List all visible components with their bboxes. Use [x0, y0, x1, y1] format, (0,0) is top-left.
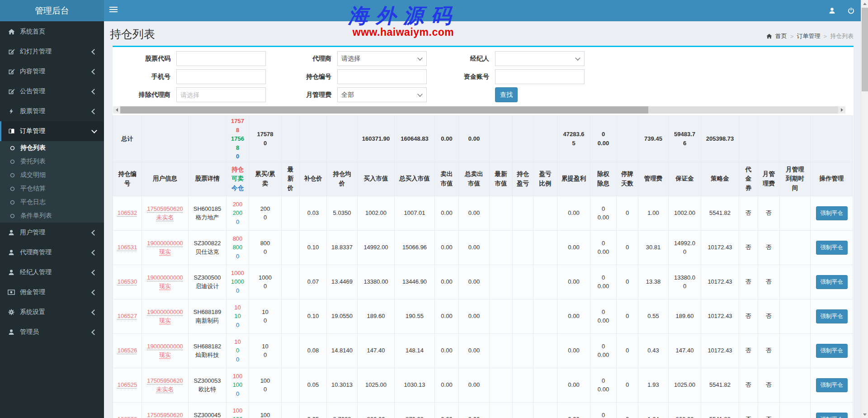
logout-power-icon[interactable]	[848, 7, 854, 14]
user-phone-link[interactable]: 17505950620	[147, 377, 183, 384]
sidebar-item-6[interactable]: 用户管理	[0, 223, 104, 242]
sidebar-item-0[interactable]: 系统首页	[0, 22, 104, 42]
column-header-total_sell_mv: 总卖出市值	[459, 162, 490, 196]
cell-margin: 13380.00	[669, 265, 701, 299]
vertical-scroll-thumb[interactable]	[862, 8, 868, 91]
force-close-button[interactable]: 强制平仓	[816, 309, 848, 323]
breadcrumb-order-link[interactable]: 订单管理	[797, 32, 820, 40]
cell-avg_price: 18.8337	[327, 230, 358, 265]
sidebar-subitem[interactable]: 平仓结算	[0, 182, 104, 195]
cell-mgmt_fee: 0.55	[638, 299, 669, 333]
sidebar-item-8[interactable]: 经纪人管理	[0, 262, 104, 282]
app-logo[interactable]: 管理后台	[0, 0, 104, 21]
user-verify-link[interactable]: 现实	[159, 248, 171, 255]
sidebar-item-label: 内容管理	[20, 67, 45, 76]
user-verify-link[interactable]: 现实	[159, 317, 171, 324]
sidebar-item-7[interactable]: 代理商管理	[0, 242, 104, 262]
cell-mgmt_fee: 13.38	[638, 265, 669, 299]
force-close-button[interactable]: 强制平仓	[816, 206, 848, 220]
user-verify-link[interactable]: 未实名	[156, 214, 174, 221]
position-id-link[interactable]: 106531	[118, 244, 137, 251]
force-close-button[interactable]: 强制平仓	[816, 378, 848, 392]
scroll-down-arrow[interactable]	[861, 411, 868, 418]
monthly-fee-select[interactable]: 全部	[337, 87, 427, 102]
position-id-link[interactable]: 106530	[118, 278, 137, 285]
user-phone-link[interactable]: 17505950620	[147, 412, 183, 418]
user-phone-link[interactable]: 19000000000	[147, 309, 183, 315]
cell-mgmt_fee: 30.81	[638, 230, 669, 265]
position-id-link[interactable]: 106522	[118, 416, 137, 418]
circle-icon	[10, 186, 15, 191]
select-value: 全部	[341, 91, 354, 99]
sidebar-subitem[interactable]: 持仓列表	[0, 141, 104, 155]
sidebar-item-11[interactable]: 管理员	[0, 322, 104, 342]
user-phone-link[interactable]: 19000000000	[147, 274, 183, 281]
cell-cum: 100	[249, 299, 282, 333]
scroll-left-arrow[interactable]	[113, 106, 120, 114]
positions-table: 总计17578175680175780160371.90160648.830.0…	[113, 115, 853, 418]
force-close-button[interactable]: 强制平仓	[816, 344, 848, 358]
user-account-icon[interactable]	[829, 7, 835, 14]
user-phone-link[interactable]: 17505950620	[147, 205, 183, 212]
sidebar-subitem[interactable]: 成交明细	[0, 168, 104, 182]
horizontal-scrollbar[interactable]	[113, 106, 845, 114]
cell-sell_mv: 0.00	[435, 368, 459, 402]
search-button[interactable]: 查找	[495, 87, 518, 102]
position-id-link[interactable]: 106527	[118, 313, 137, 319]
home-icon	[766, 33, 772, 39]
sidebar-item-1[interactable]: 幻灯片管理	[0, 42, 104, 62]
sidebar-item-2[interactable]: 内容管理	[0, 62, 104, 81]
cell-susp_days: 0	[617, 299, 638, 333]
cell-latest_mv	[490, 333, 513, 368]
totals-cell-exright: 00.00	[590, 116, 617, 162]
cell-strategy: 10172.43	[701, 230, 739, 265]
force-close-button[interactable]: 强制平仓	[816, 241, 848, 255]
horizontal-scroll-thumb[interactable]	[120, 106, 648, 114]
cell-avg_price: 14.8140	[327, 333, 358, 368]
scroll-right-arrow[interactable]	[838, 106, 845, 114]
position-id-link[interactable]: 106532	[118, 209, 137, 216]
exclude-agent-input[interactable]	[176, 87, 266, 102]
sidebar-item-3[interactable]: 公告管理	[0, 81, 104, 101]
scroll-up-arrow[interactable]	[861, 0, 868, 7]
phone-input[interactable]	[176, 69, 266, 84]
fund-account-input[interactable]	[495, 69, 585, 84]
position-id-link[interactable]: 106525	[118, 381, 137, 388]
agent-select[interactable]: 请选择	[337, 51, 427, 66]
user-verify-link[interactable]: 现实	[159, 352, 171, 358]
sidebar-item-9[interactable]: 佣金管理	[0, 282, 104, 302]
sidebar-subitem[interactable]: 条件单列表	[0, 209, 104, 223]
user-phone-link[interactable]: 19000000000	[147, 343, 183, 350]
cell-sell_mv: 0.00	[435, 265, 459, 299]
edit-icon	[7, 88, 16, 95]
exclude-agent-label: 排除代理商	[114, 91, 170, 99]
sidebar-subitem[interactable]: 委托列表	[0, 155, 104, 168]
stock-code: SZ300045	[193, 411, 222, 418]
sidebar-item-5[interactable]: 订单管理	[0, 121, 104, 141]
position-id-link[interactable]: 106526	[118, 347, 137, 354]
sidebar-item-10[interactable]: 系统设置	[0, 302, 104, 322]
force-close-button[interactable]: 强制平仓	[816, 275, 848, 289]
cell-pos: 100010000	[226, 265, 249, 299]
user-verify-link[interactable]: 现实	[159, 283, 171, 290]
cell-monthly_fee: 否	[758, 230, 780, 265]
cell-margin: 147.40	[669, 333, 701, 368]
sidebar-subitem-label: 委托列表	[20, 157, 46, 166]
user-verify-link[interactable]: 未实名	[156, 386, 174, 393]
cell-monthly_expire	[780, 333, 811, 368]
cell-strategy: 10172.43	[701, 333, 739, 368]
chevron-left-icon	[91, 230, 97, 236]
vertical-scrollbar[interactable]	[861, 0, 868, 418]
force-close-button[interactable]: 强制平仓	[816, 413, 848, 418]
sidebar-toggle-button[interactable]	[109, 7, 118, 14]
cell-margin: 189.60	[669, 299, 701, 333]
user-phone-link[interactable]: 19000000000	[147, 240, 183, 247]
cell-cum: 100	[249, 333, 282, 368]
position-id-input[interactable]	[337, 69, 427, 84]
sidebar-item-4[interactable]: 股票管理	[0, 101, 104, 121]
sidebar-subitem[interactable]: 平仓日志	[0, 195, 104, 209]
broker-select[interactable]	[495, 51, 585, 66]
stock-code-input[interactable]	[176, 51, 266, 66]
cell-avg_price: 5.0350	[327, 196, 358, 230]
breadcrumb-home-link[interactable]: 首页	[775, 32, 787, 40]
